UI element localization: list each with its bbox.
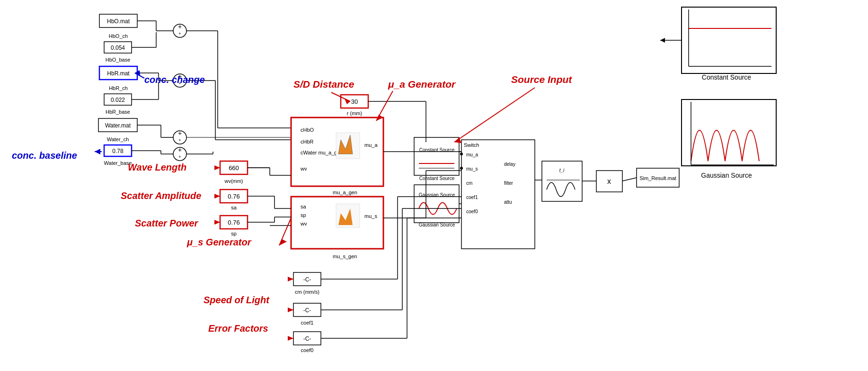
water-ch-label: Water_ch [107,136,129,142]
mua-generator-label: μ_a Generator [388,79,456,90]
sp-inner-label: sp [301,212,306,218]
coef0-c-label: -C- [303,335,311,342]
mus-gen-bottom-label: mu_s_gen [333,253,357,259]
delay-label: delay [504,162,515,167]
svg-rect-98 [682,7,776,73]
hbo-base-label: HbO_base [106,57,131,63]
wv-label: wv(mm) [224,178,243,184]
const-source-scope-label: Constant Source [702,73,751,81]
svg-text:+: + [178,138,181,143]
svg-rect-102 [682,100,776,166]
gaussian-source-bottom-label: Gaussian Source [419,222,455,227]
hbr-val-label: 0.022 [111,97,125,103]
gaussian-scope-label: Gaussian Source [701,172,752,179]
coef0-in-label: coef0 [466,209,478,214]
hbr-ch-label: HbR_ch [109,85,128,91]
coef1-in-label: coef1 [466,195,478,200]
chbr-inner-label: cHbR [301,139,314,145]
svg-text:+: + [178,146,182,154]
svg-text:+: + [178,154,181,159]
svg-point-62 [460,167,463,170]
chbo-inner-label: cHbO [301,127,314,133]
svg-rect-56 [414,137,459,175]
sim-result-label: Sim_Result.mat [639,175,676,181]
water-mat-label: Water.mat [105,122,131,129]
mus-out-label: mu_s [364,213,377,219]
cm-c-label: -C- [303,276,311,283]
wv-inner-label: wv [300,166,307,172]
sa-inner-label: sa [301,204,307,209]
sp-label: sp [231,231,237,236]
sd-distance-label: S/D Distance [293,79,354,90]
hbo-mat-label: HbO.mat [107,18,130,25]
speed-of-light-label: Speed of Light [204,295,270,305]
svg-text:+: + [178,23,182,30]
diagram-container: HbO.mat HbO_ch 0.054 HbO_base HbR.mat Hb… [0,0,868,371]
mu-a-in-label: mu_a [466,152,478,157]
sa-label: sa [231,205,237,210]
hbo-val-label: 0.054 [111,45,125,51]
svg-rect-59 [414,185,459,223]
error-factors-label: Error Factors [208,323,268,334]
svg-text:+: + [178,129,182,137]
sp-val-label: 0.76 [228,219,239,226]
mua-gen-bottom-label: mu_a_gen [333,190,357,195]
r-val-label: 30 [351,98,358,105]
main-diagram-svg: HbO.mat HbO_ch 0.054 HbO_base HbR.mat Hb… [0,0,868,371]
const-source-bottom-label: Constant Source [419,176,455,181]
hbo-ch-label: HbO_ch [109,33,128,39]
filter-label: filter [504,181,514,186]
wv-val-label: 660 [229,164,239,172]
tf-label: t_i [559,168,565,173]
source-input-label: Source Input [511,74,572,85]
wv-inner2-label: wv [300,221,307,226]
r-label: r (mm) [347,110,362,116]
scatter-amplitude-label: Scatter Amplitude [121,190,201,201]
switch-label: Switch [464,142,479,148]
mu-s-in-label: mu_s [466,166,478,172]
coef1-label: coef1 [301,320,314,326]
water-val-label: 0.78 [112,148,124,154]
x-block-label: x [607,177,611,185]
coef1-c-label: -C- [303,307,311,314]
mua-out-label: mu_a [364,142,378,148]
conc-baseline-label: conc. baseline [12,150,77,161]
cm-in-label: cm [466,181,472,186]
mus-generator-label: μ_s Generator [186,237,252,247]
svg-rect-63 [542,161,582,201]
scatter-power-label: Scatter Power [135,218,199,228]
attu-label: attu [504,199,512,205]
wave-length-label: Wave Length [128,162,186,172]
svg-text:+: + [178,31,181,36]
sa-val-label: 0.76 [228,193,239,200]
hbr-mat-label: HbR.mat [107,70,130,77]
coef0-label: coef0 [301,347,314,353]
hbr-base-label: HbR_base [106,109,130,115]
svg-point-61 [460,153,463,155]
conc-change-label: conc. change [144,74,205,85]
cm-label: cm (mm/s) [295,289,319,295]
